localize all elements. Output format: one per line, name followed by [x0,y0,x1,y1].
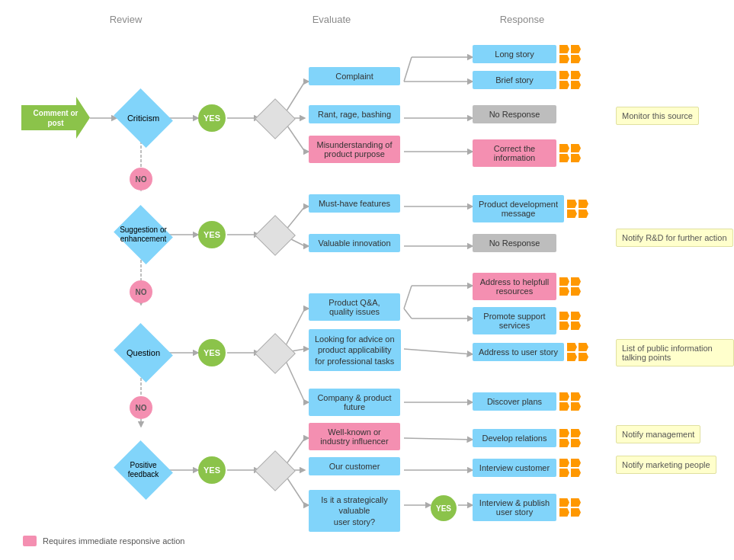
resp-address-helpful-label: Address to helpfull resources [473,273,556,300]
criticism-label: Criticism [117,95,170,141]
no-circle-2: NO [130,280,152,303]
yes-circle-strategic: YES [431,495,457,521]
legend: Requires immediate responsive action [23,536,184,546]
response-interview-publish: Interview & publish user story [473,494,582,521]
eval-diamond-positive [258,453,294,490]
yes-circle-positive: YES [198,456,226,484]
wellknown-label: Well-known or industry influencer [309,423,400,450]
col-response: Response [473,14,572,25]
legend-text: Requires immediate responsive action [43,536,184,546]
eval-diamond-criticism [258,101,294,138]
no-circle-3: NO [130,396,152,419]
response-briefstory: Brief story [473,70,582,90]
resp-correct-arrow [559,143,582,163]
misunderstanding-label: Misunderstanding of product purpose [309,136,400,163]
eval-productqa: Product Q&A, quality issues [309,293,400,321]
eval-ourcustomer: Our customer [309,457,400,475]
note-management: Notify management [616,425,700,443]
note-rnd: Notify R&D for further action [616,229,733,247]
response-noresponse1: No Response [473,105,556,123]
response-discover: Discover plans [473,392,582,411]
resp-noresponse1-label: No Response [473,105,556,123]
yes-circle-criticism: YES [198,104,226,132]
eval-complaint: Complaint [309,67,400,85]
response-develop: Develop relations [473,428,582,448]
response-address-helpful: Address to helpfull resources [473,273,582,300]
eval-rant: Rant, rage, bashing [309,105,400,123]
start-node: Comment or post [21,97,90,139]
response-promote: Promote support services [473,307,582,334]
valuable-label: Valuable innovation [309,234,400,252]
svg-line-34 [404,309,412,318]
suggestion-diamond-wrap: Suggestion or enhancement [117,212,170,258]
eval-valuable: Valuable innovation [309,234,400,252]
resp-address-helpful-arrow [559,277,582,296]
resp-productdev-label: Product development message [473,195,564,222]
resp-interview-customer-arrow [559,458,582,478]
svg-line-8 [404,57,412,82]
start-label: Comment or post [34,108,79,128]
response-noresponse2: No Response [473,234,556,252]
eval-musthaave: Must-have features [309,194,400,213]
company-label: Company & product future [309,389,400,416]
resp-longstory-arrow [559,44,582,64]
resp-interview-customer-label: Interview customer [473,459,556,477]
yes-circle-question: YES [198,339,226,366]
resp-address-userstory-label: Address to user story [473,343,564,361]
resp-discover-label: Discover plans [473,392,556,411]
eval-diamond-suggestion [258,218,294,254]
rant-label: Rant, rage, bashing [309,105,400,123]
resp-develop-arrow [559,428,582,448]
productqa-label: Product Q&A, quality issues [309,293,400,321]
eval-wellknown: Well-known or industry influencer [309,423,400,450]
resp-address-userstory-arrow [566,342,589,362]
no-circle-1: NO [130,168,152,190]
resp-productdev-arrow [566,199,589,219]
svg-line-32 [404,286,412,309]
resp-correct-label: Correct the information [473,139,556,167]
col-evaluate: Evaluate [282,14,381,25]
question-diamond-wrap: Question [117,330,170,376]
resp-briefstory-label: Brief story [473,71,556,89]
resp-promote-arrow [559,311,582,331]
resp-interview-publish-label: Interview & publish user story [473,494,556,521]
response-address-userstory: Address to user story [473,342,589,362]
lookingadvice-label: Looking for advice on product applicabil… [309,329,401,371]
eval-company: Company & product future [309,389,400,416]
eval-diamond-question [258,336,294,373]
eval-strategic: Is it a strategically valuable user stor… [309,490,400,532]
resp-interview-publish-arrow [559,498,582,517]
resp-longstory-label: Long story [473,45,556,63]
response-correct: Correct the information [473,139,582,167]
musthave-label: Must-have features [309,194,400,213]
diagram-container: Review Evaluate Response [0,0,734,560]
eval-misunderstanding: Misunderstanding of product purpose [309,136,400,163]
positive-diamond-wrap: Positive feedback [117,447,170,493]
positive-label: Positive feedback [117,447,170,493]
legend-color [23,536,37,546]
col-review: Review [76,14,175,25]
strategic-label: Is it a strategically valuable user stor… [309,490,400,532]
svg-line-46 [404,438,473,440]
resp-noresponse2-label: No Response [473,234,556,252]
note-marketing: Notify marketing people [616,456,716,474]
question-label: Question [117,330,170,376]
response-interview-customer: Interview customer [473,458,582,478]
svg-line-36 [404,349,473,354]
resp-discover-arrow [559,392,582,411]
eval-lookingadvice: Looking for advice on product applicabil… [309,329,401,371]
complaint-label: Complaint [309,67,400,85]
note-monitor: Monitor this source [616,107,699,125]
response-productdev: Product development message [473,195,589,222]
suggestion-label: Suggestion or enhancement [117,212,170,258]
criticism-diamond-wrap: Criticism [117,95,170,141]
resp-develop-label: Develop relations [473,429,556,447]
note-public: List of public information talking point… [616,339,734,366]
ourcustomer-label: Our customer [309,457,400,475]
response-longstory: Long story [473,44,582,64]
resp-promote-label: Promote support services [473,307,556,334]
resp-briefstory-arrow [559,70,582,90]
yes-circle-suggestion: YES [198,221,226,248]
